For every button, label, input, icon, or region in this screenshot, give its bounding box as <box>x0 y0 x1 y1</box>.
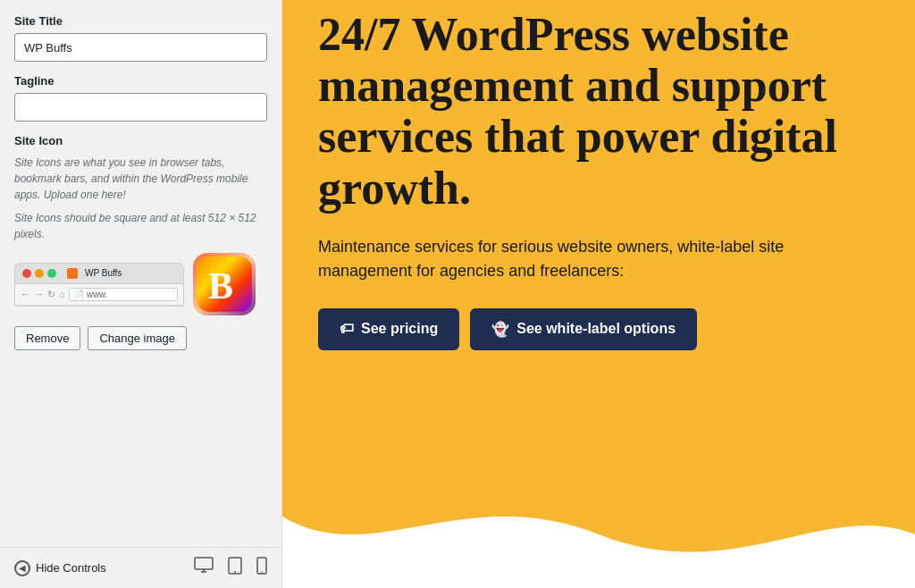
dot-yellow <box>35 269 44 278</box>
browser-nav: ← → ↻ ⌂ 📄 www. <box>15 284 183 306</box>
right-panel: 24/7 WordPress website management and su… <box>282 0 915 588</box>
dot-green <box>47 269 56 278</box>
cta-button-group: 🏷 See pricing 👻 See white-label options <box>318 308 879 350</box>
reload-btn: ↻ <box>47 289 55 300</box>
chevron-left-icon: ◀ <box>14 560 30 576</box>
b-icon-svg: B <box>206 265 242 304</box>
remove-button[interactable]: Remove <box>14 326 80 350</box>
svg-point-6 <box>234 571 236 573</box>
site-icon-info1: Site Icons are what you see in browser t… <box>14 155 267 203</box>
left-content: Site Title Tagline Site Icon Site Icons … <box>0 0 281 547</box>
tag-icon: 🏷 <box>340 321 354 337</box>
browser-titlebar: WP Buffs <box>15 264 183 284</box>
home-btn: ⌂ <box>59 289 65 299</box>
tablet-icon[interactable] <box>228 557 242 579</box>
device-switcher <box>194 557 267 579</box>
desktop-icon[interactable] <box>194 557 214 579</box>
svg-point-8 <box>261 571 263 573</box>
see-white-label-button[interactable]: 👻 See white-label options <box>470 308 697 350</box>
mobile-icon[interactable] <box>256 557 267 579</box>
browser-frame: WP Buffs ← → ↻ ⌂ 📄 www. <box>14 263 184 307</box>
back-btn: ← <box>21 289 30 299</box>
change-image-button[interactable]: Change image <box>88 326 187 350</box>
site-title-label: Site Title <box>14 14 267 28</box>
doc-icon: 📄 <box>73 290 84 299</box>
hide-controls-button[interactable]: ◀ Hide Controls <box>14 560 106 576</box>
bottom-bar: ◀ Hide Controls <box>0 547 281 588</box>
left-panel: Site Title Tagline Site Icon Site Icons … <box>0 0 282 588</box>
svg-rect-0 <box>69 270 76 277</box>
tagline-input[interactable] <box>14 93 267 122</box>
address-bar: 📄 www. <box>69 288 178 301</box>
site-title-input[interactable] <box>14 33 267 62</box>
icon-button-row: Remove Change image <box>14 326 267 350</box>
svg-rect-2 <box>195 558 213 569</box>
browser-tab-title: WP Buffs <box>85 268 122 278</box>
icon-b-graphic: B <box>197 256 252 312</box>
hero-heading: 24/7 WordPress website management and su… <box>318 9 879 214</box>
see-pricing-button[interactable]: 🏷 See pricing <box>318 308 459 350</box>
tagline-label: Tagline <box>14 74 267 88</box>
dot-red <box>22 269 31 278</box>
hide-controls-label: Hide Controls <box>36 561 106 575</box>
svg-text:B: B <box>208 265 233 304</box>
hero-subtext: Maintenance services for serious website… <box>318 235 801 283</box>
wave-decoration <box>282 481 915 588</box>
browser-preview: WP Buffs ← → ↻ ⌂ 📄 www. B <box>14 253 267 315</box>
ghost-icon: 👻 <box>491 321 509 338</box>
site-icon-info2: Site Icons should be square and at least… <box>14 210 267 242</box>
site-icon-label: Site Icon <box>14 134 267 147</box>
forward-btn: → <box>34 289 44 299</box>
site-icon-preview: B <box>193 253 256 315</box>
favicon <box>67 268 78 279</box>
